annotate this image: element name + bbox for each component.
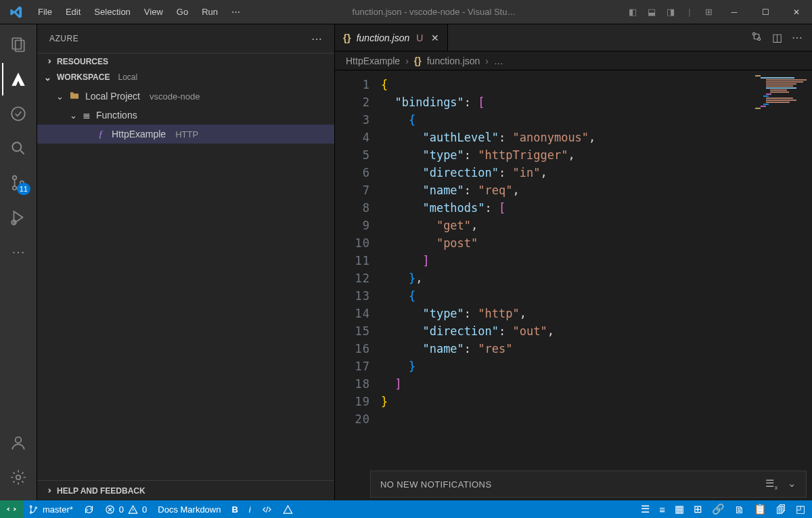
activity-more[interactable]: ⋯ [2, 236, 35, 268]
svg-point-14 [35, 506, 37, 509]
minimize-button[interactable]: ─ [719, 0, 750, 24]
menu-go[interactable]: Go [171, 4, 194, 20]
tree-label: Functions [96, 110, 137, 121]
status-bold[interactable]: B [226, 500, 243, 518]
status-warning-icon[interactable] [277, 500, 298, 518]
menu-selection[interactable]: Selection [89, 4, 135, 20]
chevron-down-icon: ⌄ [70, 110, 77, 121]
breadcrumb-tail[interactable]: … [494, 56, 503, 66]
line-numbers: 1234567891011121314151617181920 [335, 70, 381, 471]
list-icon: ≣ [83, 110, 91, 121]
editor[interactable]: 1234567891011121314151617181920 { "bindi… [335, 70, 812, 471]
close-tab-icon[interactable]: ✕ [431, 33, 439, 43]
clipboard-icon[interactable]: 📋 [754, 503, 767, 515]
svg-point-8 [16, 437, 22, 443]
status-warnings: 0 [142, 504, 147, 515]
function-icon: ƒ [95, 129, 106, 140]
link-icon[interactable]: 🔗 [712, 503, 725, 515]
activity-accounts[interactable] [2, 427, 35, 459]
activity-run-debug[interactable] [2, 201, 35, 234]
svg-point-4 [13, 176, 16, 179]
chevron-right-icon: › [405, 56, 409, 66]
section-help-label: HELP AND FEEDBACK [57, 486, 145, 496]
tree-label: HttpExample [112, 129, 166, 139]
status-problems[interactable]: 0 0 [99, 500, 152, 518]
menu-run[interactable]: Run [196, 4, 223, 20]
split-editor-icon[interactable]: ◫ [772, 31, 782, 44]
section-help[interactable]: ⌄ HELP AND FEEDBACK [37, 480, 334, 500]
activity-settings[interactable] [2, 461, 35, 494]
tree-functions[interactable]: ⌄ ≣ Functions [37, 106, 334, 125]
section-workspace[interactable]: ⌄ WORKSPACE Local [37, 69, 334, 85]
menu-edit[interactable]: Edit [60, 4, 86, 20]
svg-point-12 [30, 505, 32, 507]
svg-point-3 [12, 142, 21, 151]
svg-point-2 [12, 107, 25, 121]
status-branch[interactable]: master* [23, 500, 78, 518]
add-icon[interactable]: ⊞ [694, 503, 702, 515]
window-controls: ─ ☐ ✕ [719, 0, 812, 24]
menu-bar: File Edit Selection View Go Run ⋯ [32, 4, 246, 20]
breadcrumb[interactable]: HttpExample › {} function.json › … [335, 51, 812, 70]
scm-badge: 11 [17, 183, 30, 195]
table-icon[interactable]: ▦ [675, 503, 684, 515]
sidebar-more-icon[interactable]: ⋯ [311, 33, 323, 45]
activity-explorer[interactable] [2, 28, 35, 61]
panel-left-icon[interactable]: ◧ [627, 7, 639, 17]
panel-bottom-icon[interactable]: ⬓ [646, 7, 658, 17]
main: 11 ⋯ AZURE ⋯ ⌄ RESOURCES ⌄ WOR [0, 24, 812, 500]
collapse-notifications-icon[interactable]: ⌄ [788, 477, 796, 491]
status-right-icons: ☰ ≡ ▦ ⊞ 🔗 🗎 📋 🗐 ◰ [634, 503, 812, 515]
status-sync[interactable] [78, 500, 99, 518]
json-icon: {} [343, 32, 351, 43]
list-icon[interactable]: ☰ [641, 503, 650, 515]
status-docs[interactable]: Docs Markdown [152, 500, 226, 518]
remote-indicator[interactable] [0, 500, 23, 518]
activity-testing[interactable] [2, 98, 35, 130]
editor-group: {} function.json U ✕ ◫ ⋯ HttpExample › {… [335, 24, 812, 500]
activity-search[interactable] [2, 132, 35, 165]
layout-icon[interactable]: ⊞ [702, 7, 715, 17]
section-resources[interactable]: ⌄ RESOURCES [37, 53, 334, 69]
menu-view[interactable]: View [139, 4, 168, 20]
maximize-button[interactable]: ☐ [750, 0, 781, 24]
compare-icon[interactable] [750, 30, 763, 45]
window-icon[interactable]: ◰ [796, 503, 805, 515]
chevron-right-icon: › [485, 56, 489, 66]
status-branch-name: master* [43, 504, 73, 515]
unordered-list-icon[interactable]: ≡ [659, 504, 665, 515]
document-icon[interactable]: 🗐 [776, 504, 786, 515]
tree-http-example[interactable]: ƒ HttpExample HTTP [37, 125, 334, 144]
tab-actions: ◫ ⋯ [741, 24, 812, 51]
breadcrumb-file[interactable]: function.json [427, 56, 480, 66]
activity-azure[interactable] [2, 63, 35, 95]
tab-label: function.json [357, 33, 410, 43]
sidebar-title: AZURE [49, 34, 78, 43]
file-icon[interactable]: 🗎 [734, 504, 744, 515]
breadcrumb-folder[interactable]: HttpExample [346, 56, 400, 66]
titlebar: File Edit Selection View Go Run ⋯ functi… [0, 0, 812, 24]
notifications-panel[interactable]: NO NEW NOTIFICATIONS ☰x ⌄ [370, 471, 807, 498]
sidebar: AZURE ⋯ ⌄ RESOURCES ⌄ WORKSPACE Local ⌄ … [37, 24, 335, 500]
status-code-icon[interactable] [256, 500, 277, 518]
notifications-text: NO NEW NOTIFICATIONS [380, 479, 491, 490]
tree-local-project[interactable]: ⌄ Local Project vscode-node [37, 87, 334, 106]
panel-right-icon[interactable]: ◨ [664, 7, 677, 17]
status-italic[interactable]: i [244, 500, 256, 518]
tab-more-icon[interactable]: ⋯ [792, 31, 803, 44]
clear-notifications-icon[interactable]: ☰x [765, 477, 777, 491]
code-area[interactable]: { "bindings": [ { "authLevel": "anonymou… [381, 70, 812, 471]
workspace-tree: ⌄ Local Project vscode-node ⌄ ≣ Function… [37, 85, 334, 148]
chevron-down-icon: ⌄ [56, 91, 64, 102]
activity-source-control[interactable]: 11 [2, 167, 35, 199]
section-workspace-hint: Local [118, 72, 137, 82]
svg-point-9 [16, 475, 21, 480]
close-button[interactable]: ✕ [781, 0, 812, 24]
sidebar-header: AZURE ⋯ [37, 24, 334, 53]
menu-more[interactable]: ⋯ [226, 4, 246, 20]
menu-file[interactable]: File [32, 4, 58, 20]
layout-divider: | [683, 7, 696, 17]
status-bar: master* 0 0 Docs Markdown B i ☰ ≡ ▦ ⊞ 🔗 … [0, 500, 812, 518]
tab-function-json[interactable]: {} function.json U ✕ [335, 24, 448, 51]
chevron-right-icon: ⌄ [43, 58, 53, 65]
